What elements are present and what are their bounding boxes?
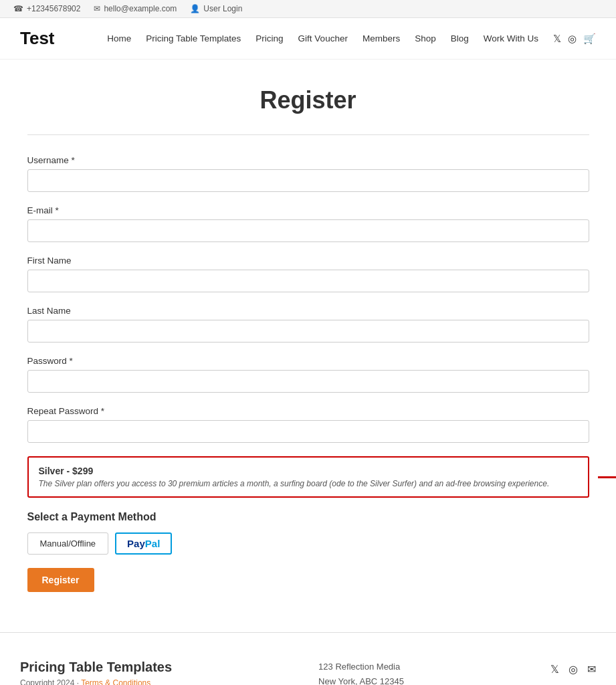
username-group: Username * xyxy=(27,155,589,192)
email-item: ✉ hello@example.com xyxy=(94,4,177,13)
username-input[interactable] xyxy=(27,169,589,192)
firstname-group: First Name xyxy=(27,256,589,292)
login-item[interactable]: 👤 User Login xyxy=(190,4,242,13)
twitter-icon[interactable]: 𝕏 xyxy=(553,33,561,45)
title-divider xyxy=(27,134,589,135)
login-label[interactable]: User Login xyxy=(203,4,242,13)
nav-pricing-table-templates[interactable]: Pricing Table Templates xyxy=(146,33,241,43)
instagram-icon[interactable]: ◎ xyxy=(568,33,577,45)
nav-gift-voucher[interactable]: Gift Voucher xyxy=(298,33,348,43)
footer-left: Pricing Table Templates Copyright 2024 ·… xyxy=(20,660,172,685)
nav-work-with-us[interactable]: Work With Us xyxy=(484,33,538,43)
copyright-text: Copyright 2024 · xyxy=(20,678,79,685)
arrow-line xyxy=(598,476,617,478)
email-label: E-mail * xyxy=(27,205,589,215)
lastname-label: Last Name xyxy=(27,306,589,316)
site-header: Test Home Pricing Table Templates Pricin… xyxy=(0,18,616,60)
lastname-input[interactable] xyxy=(27,320,589,342)
footer-site-title: Pricing Table Templates xyxy=(20,660,172,675)
payment-section: Select a Payment Method Manual/Offline P… xyxy=(27,511,589,555)
footer-email-icon[interactable]: ✉ xyxy=(587,663,596,676)
lastname-group: Last Name xyxy=(27,306,589,342)
address-line1: 123 Reflection Media xyxy=(318,660,404,674)
plan-name: Silver - $299 xyxy=(39,466,578,476)
social-nav: 𝕏 ◎ 🛒 xyxy=(553,33,596,45)
payment-options: Manual/Offline PayPal xyxy=(27,532,589,555)
email-group: E-mail * xyxy=(27,205,589,242)
manual-payment-button[interactable]: Manual/Offline xyxy=(27,532,109,555)
phone-number: +12345678902 xyxy=(27,4,80,13)
nav-home[interactable]: Home xyxy=(107,33,131,43)
register-form: Username * E-mail * First Name Last Name… xyxy=(27,155,589,592)
plan-section: Silver - $299 The Silver plan offers you… xyxy=(27,456,589,498)
nav-blog[interactable]: Blog xyxy=(451,33,469,43)
username-label: Username * xyxy=(27,155,589,165)
firstname-input[interactable] xyxy=(27,270,589,292)
email-address: hello@example.com xyxy=(104,4,177,13)
cart-icon[interactable]: 🛒 xyxy=(583,33,596,45)
nav-shop[interactable]: Shop xyxy=(415,33,436,43)
site-title[interactable]: Test xyxy=(20,28,55,49)
address-line2: New York, ABC 12345 xyxy=(318,674,404,685)
footer-instagram-icon[interactable]: ◎ xyxy=(569,663,578,676)
plan-description: The Silver plan offers you access to 30 … xyxy=(39,479,578,488)
repeat-password-label: Repeat Password * xyxy=(27,406,589,416)
password-group: Password * xyxy=(27,356,589,393)
repeat-password-input[interactable] xyxy=(27,420,589,443)
paypal-payment-button[interactable]: PayPal xyxy=(115,532,172,555)
footer-copyright: Copyright 2024 · Terms & Conditions xyxy=(20,678,172,685)
repeat-password-group: Repeat Password * xyxy=(27,406,589,443)
main-content: Register Username * E-mail * First Name … xyxy=(14,60,603,632)
password-label: Password * xyxy=(27,356,589,366)
topbar: ☎ +12345678902 ✉ hello@example.com 👤 Use… xyxy=(0,0,616,18)
main-nav: Home Pricing Table Templates Pricing Gif… xyxy=(107,33,596,45)
arrow-indicator xyxy=(598,472,617,482)
phone-icon: ☎ xyxy=(13,4,23,13)
plan-box: Silver - $299 The Silver plan offers you… xyxy=(27,456,589,498)
footer-social: 𝕏 ◎ ✉ xyxy=(550,660,596,676)
payment-title: Select a Payment Method xyxy=(27,511,589,523)
nav-pricing[interactable]: Pricing xyxy=(255,33,283,43)
site-footer: Pricing Table Templates Copyright 2024 ·… xyxy=(0,632,616,685)
email-input[interactable] xyxy=(27,219,589,242)
register-button[interactable]: Register xyxy=(27,568,94,592)
terms-link[interactable]: Terms & Conditions xyxy=(81,678,150,685)
page-title: Register xyxy=(27,86,589,114)
user-icon: 👤 xyxy=(190,4,200,13)
nav-members[interactable]: Members xyxy=(363,33,400,43)
firstname-label: First Name xyxy=(27,256,589,266)
password-input[interactable] xyxy=(27,370,589,393)
footer-address: 123 Reflection Media New York, ABC 12345 xyxy=(318,660,404,685)
email-icon: ✉ xyxy=(94,4,100,13)
paypal-logo: PayPal xyxy=(127,538,160,549)
phone-item: ☎ +12345678902 xyxy=(13,4,80,13)
footer-twitter-icon[interactable]: 𝕏 xyxy=(550,663,559,676)
